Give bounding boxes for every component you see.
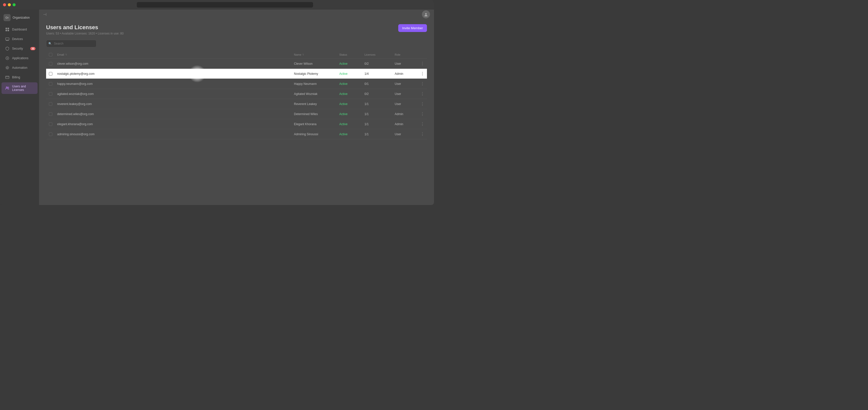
page-header: Users and Licenses Users: 53 • Available… <box>46 24 427 35</box>
row-name: Agitated Wozniak <box>292 92 337 96</box>
org-avatar: Or <box>3 14 10 21</box>
sidebar-collapse-button[interactable]: ⊣ <box>43 12 46 17</box>
row-role: User <box>393 92 418 96</box>
table-row: happy.neumann@org.com Happy Neumann Acti… <box>46 79 427 89</box>
row-email: clever.wilson@org.com <box>55 62 292 65</box>
row-status: Active <box>337 122 363 126</box>
row-checkbox[interactable] <box>49 72 52 75</box>
users-icon <box>5 86 9 90</box>
sidebar-item-users-and-licenses[interactable]: Users and Licenses <box>1 82 37 94</box>
row-actions-button[interactable]: ⋮ <box>418 81 427 86</box>
sidebar-item-label-billing: Billing <box>12 75 20 79</box>
row-checkbox-cell <box>46 62 55 65</box>
table-body: clever.wilson@org.com Clever Wilson Acti… <box>46 59 427 139</box>
row-checkbox-cell <box>46 82 55 86</box>
row-actions-button[interactable]: ⋮ <box>418 122 427 126</box>
row-checkbox[interactable] <box>49 92 52 96</box>
table-row: elegant.khorana@org.com Elegant Khorana … <box>46 119 427 129</box>
row-licences: 0/2 <box>363 62 393 65</box>
sidebar-item-automation[interactable]: Automation <box>1 63 37 72</box>
th-email: Email ⇅ <box>55 53 292 56</box>
row-status: Active <box>337 112 363 116</box>
row-name: Happy Neumann <box>292 82 337 86</box>
svg-rect-4 <box>5 38 9 40</box>
row-checkbox-cell <box>46 132 55 136</box>
row-role: Admin <box>393 72 418 75</box>
svg-rect-8 <box>5 76 9 78</box>
row-checkbox[interactable] <box>49 122 52 126</box>
sidebar-item-devices[interactable]: Devices <box>1 34 37 43</box>
header-checkbox[interactable] <box>49 53 52 56</box>
sidebar-item-security[interactable]: Security 35 <box>1 44 37 53</box>
svg-point-9 <box>6 87 7 88</box>
row-name: Clever Wilson <box>292 62 337 65</box>
row-licences: 1/4 <box>363 72 393 75</box>
row-email: determined.wiles@org.com <box>55 112 292 116</box>
billing-icon <box>5 75 9 80</box>
row-checkbox[interactable] <box>49 132 52 136</box>
app-window: Or Organization Dashboard <box>0 0 434 205</box>
sidebar-item-label-users-and-licenses: Users and Licenses <box>12 85 34 92</box>
row-status: Active <box>337 82 363 86</box>
row-checkbox[interactable] <box>49 62 52 65</box>
row-licences: 0/2 <box>363 92 393 96</box>
row-actions-button[interactable]: ⋮ <box>418 101 427 106</box>
minimize-button[interactable] <box>8 3 11 6</box>
table-row: admiring.sinoussi@org.com Admiring Sinou… <box>46 129 427 139</box>
users-table: Email ⇅ Name ⇅ Status Licences Role <box>46 51 427 139</box>
row-role: Admin <box>393 112 418 116</box>
table-row: reverent.leakey@org.com Reverent Leakey … <box>46 99 427 109</box>
applications-icon <box>5 56 9 60</box>
sidebar-item-label-security: Security <box>12 47 23 51</box>
row-actions-button[interactable]: ⋮ <box>418 61 427 66</box>
row-checkbox-cell <box>46 112 55 116</box>
row-actions-button[interactable]: ⋮ <box>418 71 427 76</box>
org-header: Or Organization <box>0 12 39 25</box>
row-status: Active <box>337 62 363 65</box>
email-sort-icon[interactable]: ⇅ <box>65 53 67 56</box>
row-licences: 1/1 <box>363 112 393 116</box>
th-check <box>46 53 55 56</box>
topbar: ⊣ <box>39 9 434 19</box>
row-actions-button[interactable]: ⋮ <box>418 91 427 96</box>
topbar-left: ⊣ <box>43 12 46 17</box>
svg-point-10 <box>8 87 9 88</box>
th-licences: Licences <box>363 53 393 56</box>
security-badge: 35 <box>30 47 35 51</box>
search-input[interactable] <box>46 40 96 48</box>
sidebar-item-billing[interactable]: Billing <box>1 73 37 82</box>
row-checkbox-cell <box>46 102 55 106</box>
row-email: nostalgic.ptolemy@org.com <box>55 72 292 75</box>
row-checkbox-cell <box>46 72 55 75</box>
org-name: Organization <box>12 16 30 20</box>
invite-member-button[interactable]: Invite Member <box>398 24 427 32</box>
search-icon: 🔍 <box>49 42 52 45</box>
row-licences: 0/1 <box>363 82 393 86</box>
user-avatar[interactable] <box>422 10 430 19</box>
row-checkbox[interactable] <box>49 102 52 106</box>
close-button[interactable] <box>3 3 6 6</box>
row-name: Nostalgic Ptolemy <box>292 72 337 75</box>
sidebar-item-applications[interactable]: Applications <box>1 54 37 63</box>
svg-point-7 <box>6 67 8 68</box>
main-content: ⊣ Users and Licenses Users: 53 • Availab… <box>39 9 434 205</box>
url-bar[interactable] <box>137 2 313 7</box>
row-email: reverent.leakey@org.com <box>55 102 292 106</box>
row-status: Active <box>337 132 363 136</box>
row-role: Admin <box>393 122 418 126</box>
sidebar-item-dashboard[interactable]: Dashboard <box>1 25 37 34</box>
search-row: 🔍 <box>46 40 427 48</box>
row-role: User <box>393 102 418 106</box>
row-actions-button[interactable]: ⋮ <box>418 132 427 136</box>
table-header: Email ⇅ Name ⇅ Status Licences Role <box>46 51 427 59</box>
maximize-button[interactable] <box>12 3 16 6</box>
row-actions-button[interactable]: ⋮ <box>418 112 427 116</box>
th-actions <box>418 53 427 56</box>
row-checkbox[interactable] <box>49 82 52 86</box>
row-checkbox-cell <box>46 92 55 96</box>
name-sort-icon[interactable]: ⇅ <box>302 53 304 56</box>
row-checkbox[interactable] <box>49 112 52 116</box>
svg-point-6 <box>7 58 8 59</box>
sidebar-item-label-devices: Devices <box>12 37 23 41</box>
table-row: clever.wilson@org.com Clever Wilson Acti… <box>46 59 427 69</box>
